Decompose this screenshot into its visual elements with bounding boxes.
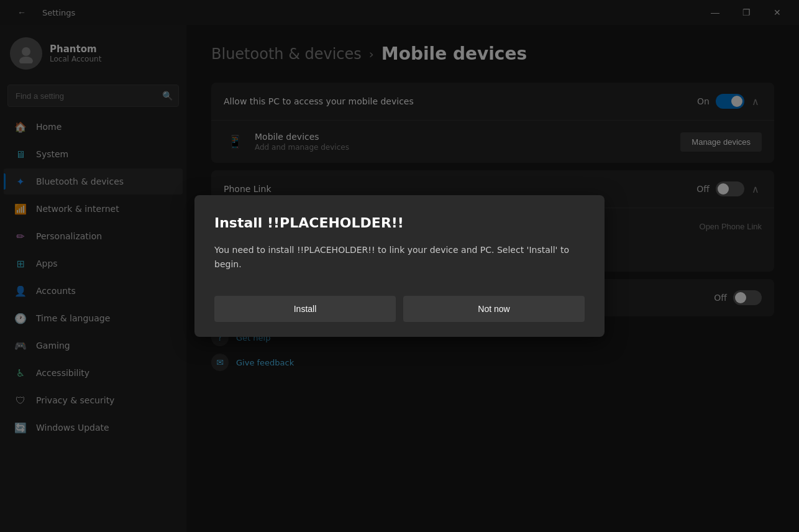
not-now-button[interactable]: Not now [403, 296, 585, 322]
install-modal: Install !!PLACEHOLDER!! You need to inst… [194, 195, 605, 337]
modal-overlay[interactable]: Install !!PLACEHOLDER!! You need to inst… [0, 0, 799, 532]
modal-actions: Install Not now [214, 296, 585, 322]
install-button[interactable]: Install [214, 296, 396, 322]
app-container: Phantom Local Account 🔍 🏠 Home 🖥 System … [0, 25, 799, 532]
modal-title: Install !!PLACEHOLDER!! [214, 215, 585, 231]
modal-body: You need to install !!PLACEHOLDER!! to l… [214, 243, 585, 271]
